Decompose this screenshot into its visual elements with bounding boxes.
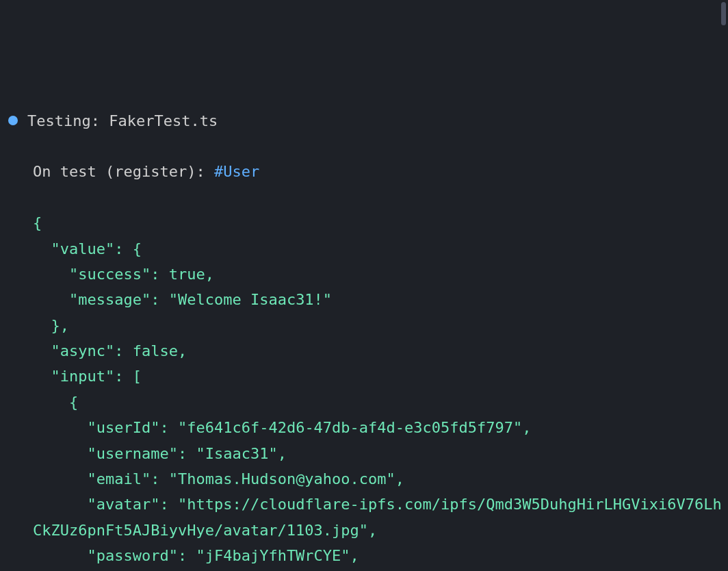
bullet-icon [8, 116, 18, 125]
value-close: }, [51, 317, 70, 334]
obj-open: { [69, 394, 78, 411]
on-test-line: On test (register): #User [0, 159, 728, 184]
email-val: : "Thomas.Hudson@yahoo.com", [151, 470, 404, 487]
async-val: : false, [114, 342, 187, 359]
input-key: "input" [51, 368, 115, 385]
userid-key: "userId" [87, 419, 159, 436]
success-val: : true, [151, 266, 214, 283]
test-tag: #User [214, 163, 259, 180]
value-open: : { [114, 240, 142, 257]
input-open: : [ [114, 368, 142, 385]
json-output: { "value": { "success": true, "message":… [0, 210, 728, 571]
testing-header: Testing: FakerTest.ts [0, 108, 728, 134]
message-key: "message" [69, 291, 151, 308]
userid-val: : "fe641c6f-42d6-47db-af4d-e3c05fd5f797"… [159, 419, 531, 436]
on-test-prefix: On test [33, 163, 96, 180]
username-val: : "Isaac31", [178, 445, 287, 462]
email-key: "email" [87, 470, 151, 487]
username-key: "username" [87, 445, 177, 462]
password-val: : "jF4bajYfhTWrCYE", [178, 547, 359, 564]
on-test-paren: (register): [105, 163, 205, 180]
testing-file: FakerTest.ts [109, 112, 218, 129]
async-key: "async" [51, 342, 115, 359]
message-val: : "Welcome Isaac31!" [151, 291, 332, 308]
password-key: "password" [87, 547, 177, 564]
avatar-key: "avatar" [87, 496, 159, 513]
success-key: "success" [69, 266, 151, 283]
json-open: { [33, 214, 42, 231]
scrollbar[interactable] [721, 2, 726, 25]
value-key: "value" [51, 240, 115, 257]
testing-label: Testing: [27, 112, 100, 129]
